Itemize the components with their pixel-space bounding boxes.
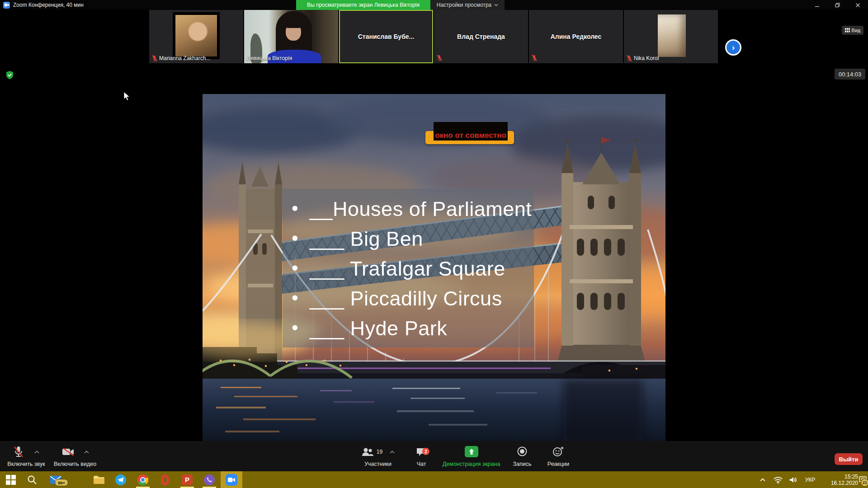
close-icon [855, 3, 860, 8]
view-settings-dropdown[interactable]: Настройки просмотра [430, 0, 505, 10]
participant-name-badge: Nika Korol [627, 55, 659, 61]
participants-strip: Marianna Zakharch... Левицька Вікторія С… [0, 10, 868, 63]
meeting-toolbar: Включить звук Включить видео [0, 441, 868, 471]
tray-volume[interactable] [787, 471, 800, 488]
list-item: ___ Trafalgar Square [291, 254, 534, 284]
participant-name: Nika Korol [634, 55, 659, 61]
chat-label: Чат [417, 461, 426, 467]
participant-tile-stanislav[interactable]: Станислав Бубе... [339, 10, 433, 63]
participant-name: Левицька Вікторія [247, 55, 292, 61]
tray-clock[interactable]: 15:25 16.12.2020 [822, 471, 858, 488]
participant-tile-alina[interactable]: Алина Редколес [529, 10, 623, 63]
participant-name: Алина Редколес [529, 10, 623, 63]
share-screen-icon [465, 446, 478, 457]
wifi-icon [774, 476, 783, 483]
participant-tile-nika[interactable]: Nika Korol [624, 10, 718, 63]
start-video-button[interactable]: Включить видео [52, 441, 99, 471]
mic-muted-icon [437, 55, 442, 61]
tray-language[interactable]: УКР [801, 471, 819, 488]
screen-viewing-banner: Вы просматриваете экран Левицька Вікторі… [296, 0, 430, 10]
taskbar-mail-app[interactable]: 99+ [46, 471, 66, 488]
titlebar-left: Zoom Конференция, 40 мин [3, 0, 84, 10]
participant-photo [658, 14, 686, 57]
action-center-button[interactable]: 21 [857, 471, 868, 488]
person-fringe [283, 16, 305, 28]
share-screen-label: Демонстрация экрана [443, 461, 500, 467]
windows-logo-icon [6, 475, 16, 485]
reactions-label: Реакции [547, 461, 569, 467]
participant-tile-levytska[interactable]: Левицька Вікторія [244, 10, 338, 63]
search-icon [27, 475, 37, 485]
tray-time: 15:25 [844, 474, 858, 480]
taskbar-powerpoint[interactable]: P [177, 471, 197, 488]
taskbar-zoom[interactable] [221, 471, 242, 488]
reactions-button[interactable]: Реакции [542, 441, 575, 471]
participants-label: Участники [364, 461, 392, 467]
leave-meeting-button[interactable]: Выйти [835, 453, 863, 465]
tray-hidden-icons-chevron[interactable] [756, 471, 769, 488]
zoom-meeting-window: Zoom Конференция, 40 мин Вы просматривае… [0, 0, 868, 488]
participant-tile-marianna[interactable]: Marianna Zakharch... [149, 10, 243, 63]
camera-muted-icon [61, 447, 75, 457]
mic-muted-icon [152, 55, 157, 61]
powerpoint-icon: P [182, 474, 193, 485]
tray-wifi[interactable] [771, 471, 785, 488]
shared-screen-stage: 00:14:03 [0, 63, 868, 441]
chevron-down-icon [494, 4, 498, 6]
view-mode-button[interactable]: Вид [842, 26, 863, 35]
share-screen-button[interactable]: Демонстрация экрана [441, 441, 502, 471]
chevron-up-icon[interactable] [84, 450, 89, 454]
participants-icon [361, 447, 374, 456]
start-video-label: Включить видео [54, 461, 96, 467]
participant-name: Станислав Бубе... [340, 11, 432, 62]
unmute-button[interactable]: Включить звук [4, 441, 49, 471]
taskbar-opera[interactable] [155, 471, 175, 488]
close-button[interactable] [848, 0, 868, 10]
taskbar-file-explorer[interactable] [89, 471, 109, 488]
chat-button[interactable]: 2 Чат [407, 441, 436, 471]
zoom-camera-icon [226, 474, 237, 486]
taskbar-search-button[interactable] [22, 471, 42, 488]
speaker-icon [789, 476, 797, 483]
next-participants-button[interactable]: › [725, 39, 741, 56]
minimize-button[interactable] [807, 0, 827, 10]
grid-view-icon [845, 28, 850, 33]
restore-icon [835, 3, 840, 8]
taskbar-chrome[interactable] [133, 471, 153, 488]
participants-button[interactable]: 19 Участники [356, 441, 400, 471]
chrome-icon [137, 474, 148, 485]
chevron-up-icon[interactable] [34, 450, 39, 454]
folder-icon [93, 475, 105, 485]
list-item: ___ Piccadilly Circus [291, 284, 534, 314]
mic-muted-icon [532, 55, 537, 61]
shared-slide-london: окно от совместно __Houses of Parliament… [203, 94, 665, 441]
list-item: ___ Big Ben [291, 224, 534, 254]
zoom-app-icon [3, 2, 10, 9]
chevron-up-icon[interactable] [390, 450, 395, 454]
taskbar-viber[interactable] [199, 471, 219, 488]
participant-name: Влад Стренада [434, 10, 528, 63]
tray-date: 16.12.2020 [831, 480, 858, 486]
landmarks-list: __Houses of Parliament ___ Big Ben ___ T… [283, 189, 534, 343]
taskbar-telegram[interactable] [111, 471, 131, 488]
window-title: Zoom Конференция, 40 мин [13, 2, 84, 8]
chat-unread-badge: 2 [422, 448, 429, 455]
telegram-icon [115, 474, 126, 485]
viber-icon [204, 474, 215, 485]
notification-count-badge: 21 [861, 479, 868, 487]
windows-taskbar: 99+ P [0, 471, 868, 488]
unmute-label: Включить звук [7, 461, 45, 467]
participant-name-badge: Marianna Zakharch... [152, 55, 210, 61]
opera-icon [161, 474, 169, 485]
start-button[interactable] [1, 471, 21, 488]
record-label: Запись [513, 461, 531, 467]
record-button[interactable]: Запись [507, 441, 537, 471]
security-shield-icon[interactable] [5, 70, 14, 80]
restore-button[interactable] [827, 0, 848, 10]
share-indicator-text: окно от совместно [435, 131, 506, 140]
participant-tile-vlad[interactable]: Влад Стренада [434, 10, 528, 63]
list-item: __Houses of Parliament [291, 194, 534, 224]
list-item: ___ Hyde Park [291, 314, 534, 343]
participant-tiles: Marianna Zakharch... Левицька Вікторія С… [149, 10, 718, 63]
slide-text-panel: __Houses of Parliament ___ Big Ben ___ T… [283, 189, 534, 347]
